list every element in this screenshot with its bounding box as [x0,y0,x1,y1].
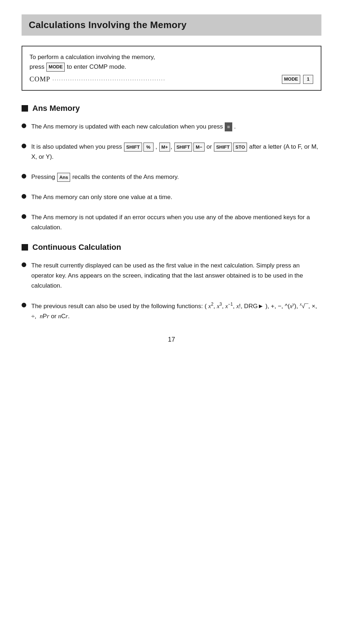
square-icon [22,244,28,251]
list-item: The previous result can also be used by … [22,301,321,321]
equals-key: = [225,122,233,131]
bullet-dot [22,123,26,128]
list-item: Pressing Ans recalls the contents of the… [22,172,321,182]
page-title: Calculations Involving the Memory [22,14,321,36]
bullet-dot [22,144,26,148]
bullet-text: Pressing Ans recalls the contents of the… [31,172,321,182]
list-item: The Ans memory is not updated if an erro… [22,212,321,233]
ans-key: Ans [57,173,70,182]
keys-shift-pct: SHIFT% [124,143,154,152]
bullet-text: The previous result can also be used by … [31,301,321,321]
bullet-text: It is also updated when you press SHIFT%… [31,142,321,162]
intro-line1: To perform a calculation involving the m… [29,52,314,62]
bullet-dot [22,194,26,199]
mode-key: MODE [46,63,65,72]
list-item: The Ans memory is updated with each new … [22,122,321,132]
ans-memory-list: The Ans memory is updated with each new … [22,122,321,233]
keys-shift-mminus: SHIFTM− [174,143,205,152]
bullet-text: The Ans memory is not updated if an erro… [31,212,321,233]
bullet-dot [22,174,26,179]
key-mplus: M+ [159,143,170,152]
continuous-calc-list: The result currently displayed can be us… [22,261,321,321]
key-1: 1 [303,75,313,84]
list-item: The Ans memory can only store one value … [22,192,321,202]
bullet-dot [22,303,26,307]
bullet-text: The result currently displayed can be us… [31,261,321,291]
page-number: 17 [22,336,321,343]
list-item: It is also updated when you press SHIFT%… [22,142,321,162]
mode-key2: MODE [282,75,300,84]
intro-line2: press MODE to enter COMP mode. [29,62,314,72]
bullet-dot [22,262,26,267]
bullet-text: The Ans memory can only store one value … [31,192,321,202]
intro-box: To perform a calculation involving the m… [22,46,321,91]
square-icon [22,105,28,112]
continuous-calc-heading: Continuous Calculation [22,243,321,252]
comp-line: COMP ···································… [29,74,314,85]
ans-memory-heading: Ans Memory [22,104,321,113]
keys-shift-sto: SHIFTSTO [214,143,247,152]
bullet-text: The Ans memory is updated with each new … [31,122,321,132]
bullet-dot [22,214,26,219]
list-item: The result currently displayed can be us… [22,261,321,291]
